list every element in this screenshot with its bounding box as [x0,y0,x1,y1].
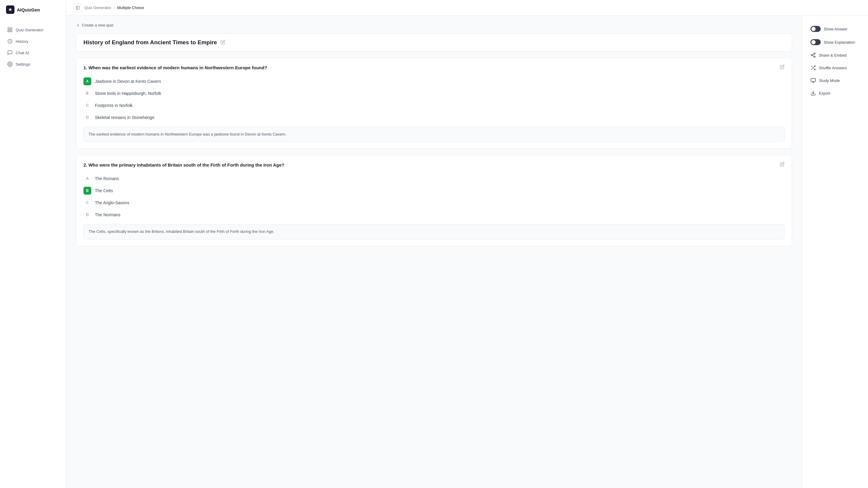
explanation-1: The earliest evidence of modern humans i… [84,127,784,142]
question-1-edit-icon[interactable] [780,64,784,70]
option-2-a[interactable]: A The Romans [84,174,784,183]
nav-items: Quiz Generator History Chat AI Settings [0,20,66,74]
sidebar-item-settings-label: Settings [16,62,30,67]
app-name: AIQuizGen [17,7,40,12]
question-2-header: 2. Who were the primary inhabitants of B… [84,162,784,169]
question-1-header: 1. When was the earliest evidence of mod… [84,64,784,71]
option-text-1-c: Footprints in Norfolk [95,103,132,108]
question-2-options: A The Romans B The Celts C The Anglo-Sax… [84,174,784,219]
option-badge-1-c: C [84,101,91,109]
option-1-c[interactable]: C Footprints in Norfolk [84,101,784,110]
svg-point-9 [814,53,815,55]
export-label: Export [819,91,830,95]
show-explanation-toggle-icon [810,39,821,45]
share-embed-label: Share & Embed [819,53,847,58]
right-sidebar: Show Answer Show Explanation Share & Emb… [802,16,868,488]
back-chevron-icon [76,23,80,27]
option-2-b[interactable]: B The Celts [84,186,784,195]
content-wrapper: Create a new quiz History of England fro… [66,16,868,488]
breadcrumb-chevron-icon: › [114,5,115,10]
svg-line-13 [812,54,814,55]
share-embed-action[interactable]: Share & Embed [807,50,863,61]
svg-rect-3 [8,30,9,32]
breadcrumb-current: Multiple Choice [117,5,144,10]
show-explanation-label: Show Explanation [824,40,855,44]
svg-rect-1 [8,28,9,29]
question-card-2: 2. Who were the primary inhabitants of B… [76,155,792,246]
option-1-d[interactable]: D Skeletal remains in Stonehenge [84,113,784,122]
sidebar-toggle-button[interactable] [73,4,82,12]
question-1-options: A Jawbone in Devon at Kents Cavern B Sto… [84,77,784,122]
option-1-a[interactable]: A Jawbone in Devon at Kents Cavern [84,77,784,86]
svg-line-16 [811,66,813,67]
quiz-title-edit-icon[interactable] [220,40,225,45]
svg-rect-7 [76,6,80,9]
option-badge-1-b: B [84,89,91,97]
sidebar-toggle-icon [75,6,80,10]
main-content: Create a new quiz History of England fro… [66,16,802,488]
option-badge-2-b: B [84,187,91,194]
option-text-2-d: The Normans [95,212,121,217]
option-badge-1-d: D [84,114,91,121]
sidebar-item-quiz-generator-label: Quiz Generator [16,28,43,32]
sidebar-item-settings[interactable]: Settings [4,59,62,69]
shuffle-answers-action[interactable]: Shuffle Answers [807,62,863,73]
svg-rect-4 [10,30,12,32]
option-text-1-b: Stone tools in Happisburgh, Norfolk [95,91,161,96]
show-answer-toggle-icon [810,26,821,32]
question-2-edit-icon[interactable] [780,162,784,167]
question-card-1: 1. When was the earliest evidence of mod… [76,58,792,149]
sidebar: AIQuizGen Quiz Generator History Chat AI… [0,0,66,488]
svg-point-11 [814,56,815,58]
option-2-c[interactable]: C The Anglo-Saxons [84,198,784,207]
back-link-text: Create a new quiz [82,23,114,27]
svg-line-12 [812,55,814,56]
study-mode-icon [810,78,816,83]
app-logo-icon [6,5,14,14]
show-answer-label: Show Answer [824,27,847,31]
chat-ai-icon [7,50,13,55]
study-mode-action[interactable]: Study Mode [807,75,863,86]
settings-icon [7,61,13,67]
explanation-2: The Celts, specifically known as the Bri… [84,224,784,240]
show-answer-action[interactable]: Show Answer [807,23,863,35]
option-badge-1-a: A [84,78,91,85]
quiz-title-bar: History of England from Ancient Times to… [76,33,792,52]
show-explanation-action[interactable]: Show Explanation [807,36,863,48]
sidebar-item-quiz-generator[interactable]: Quiz Generator [4,24,62,35]
study-mode-label: Study Mode [819,78,840,83]
history-icon [7,38,13,44]
option-2-d[interactable]: D The Normans [84,210,784,219]
quiz-generator-icon [7,27,13,33]
question-1-text: 1. When was the earliest evidence of mod… [84,64,776,71]
option-badge-2-c: C [84,199,91,207]
option-badge-2-a: A [84,175,91,183]
svg-rect-2 [10,28,12,29]
export-action[interactable]: Export [807,87,863,99]
share-embed-icon [810,53,816,58]
shuffle-answers-label: Shuffle Answers [819,66,847,70]
option-text-1-d: Skeletal remains in Stonehenge [95,115,155,120]
main-area: Quiz Generator › Multiple Choice Create … [66,0,868,488]
sidebar-item-history[interactable]: History [4,36,62,47]
option-text-1-a: Jawbone in Devon at Kents Cavern [95,79,161,84]
sidebar-item-chat-ai-label: Chat AI [16,51,29,55]
logo-area: AIQuizGen [0,0,66,20]
sidebar-item-chat-ai[interactable]: Chat AI [4,47,62,58]
topnav: Quiz Generator › Multiple Choice [66,0,868,16]
svg-point-10 [811,55,813,56]
option-text-2-a: The Romans [95,176,119,181]
question-2-text: 2. Who were the primary inhabitants of B… [84,162,776,169]
breadcrumb: Quiz Generator › Multiple Choice [84,5,144,10]
breadcrumb-parent[interactable]: Quiz Generator [84,5,111,10]
svg-point-6 [9,64,11,65]
export-icon [810,90,816,96]
option-1-b[interactable]: B Stone tools in Happisburgh, Norfolk [84,89,784,98]
option-text-2-c: The Anglo-Saxons [95,200,129,205]
option-badge-2-d: D [84,211,91,219]
back-link[interactable]: Create a new quiz [76,23,792,27]
option-text-2-b: The Celts [95,188,113,193]
quiz-title: History of England from Ancient Times to… [84,39,217,46]
shuffle-answers-icon [810,65,816,70]
sidebar-item-history-label: History [16,39,28,44]
